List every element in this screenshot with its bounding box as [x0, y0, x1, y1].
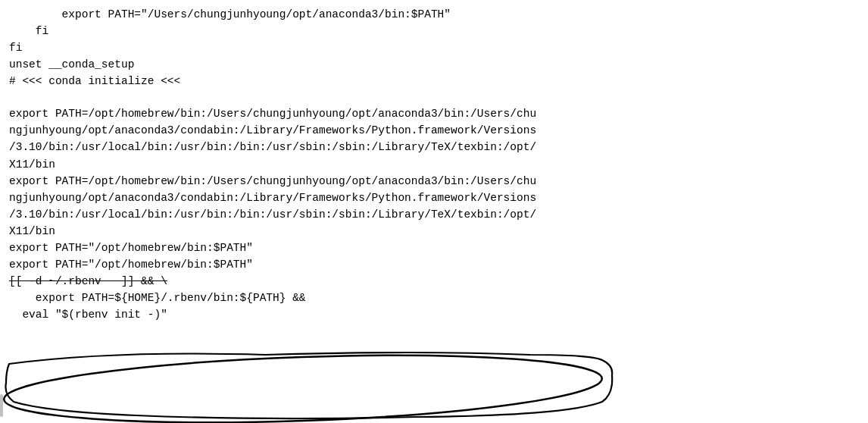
code-line: fi [9, 39, 868, 56]
code-content: export PATH="/Users/chungjunhyoung/opt/a… [9, 6, 868, 323]
code-line: /3.10/bin:/usr/local/bin:/usr/bin:/bin:/… [9, 206, 868, 223]
scrollbar[interactable] [0, 394, 3, 417]
code-line: unset __conda_setup [9, 56, 868, 73]
code-line: [[ -d ~/.rbenv ]] && \ [9, 273, 868, 290]
code-line: export PATH="/Users/chungjunhyoung/opt/a… [9, 6, 868, 23]
code-line: export PATH=/opt/homebrew/bin:/Users/chu… [9, 105, 868, 122]
code-line: /3.10/bin:/usr/local/bin:/usr/bin:/bin:/… [9, 139, 868, 155]
code-line: export PATH=${HOME}/.rbenv/bin:${PATH} &… [9, 290, 868, 306]
code-line: export PATH="/opt/homebrew/bin:$PATH" [9, 240, 868, 256]
code-line: ngjunhyoung/opt/anaconda3/condabin:/Libr… [9, 122, 868, 139]
code-line: X11/bin [9, 223, 868, 240]
code-line: export PATH=/opt/homebrew/bin:/Users/chu… [9, 173, 868, 190]
svg-point-0 [3, 346, 603, 423]
code-line: export PATH="/opt/homebrew/bin:$PATH" [9, 256, 868, 273]
code-editor: export PATH="/Users/chungjunhyoung/opt/a… [0, 0, 868, 423]
code-line-empty [9, 89, 868, 105]
code-line: # <<< conda initialize <<< [9, 73, 868, 89]
code-line: X11/bin [9, 156, 868, 173]
code-line: ngjunhyoung/opt/anaconda3/condabin:/Libr… [9, 190, 868, 206]
code-line: eval "$(rbenv init -)" [9, 306, 868, 323]
code-line: fi [9, 23, 868, 39]
